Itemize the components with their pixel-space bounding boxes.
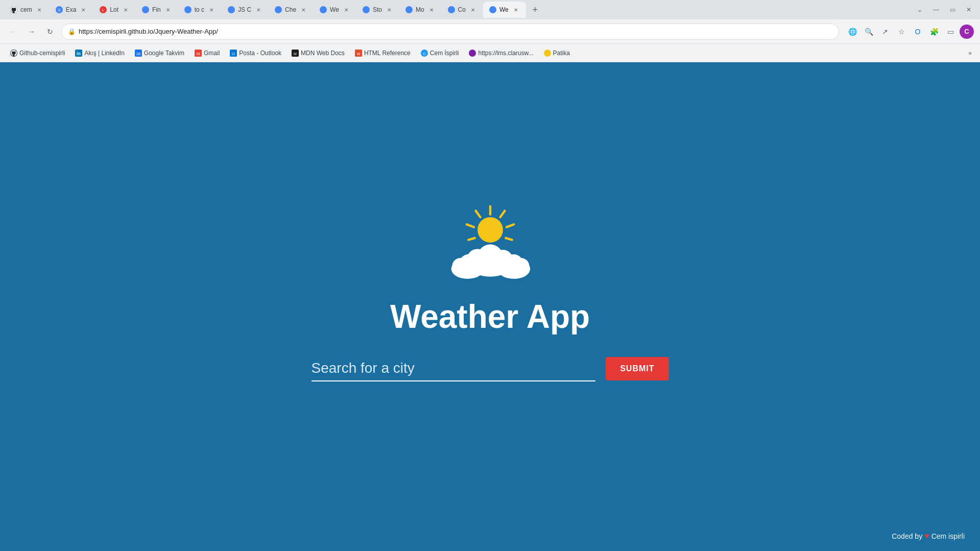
footer-author: Cem ispirli	[931, 532, 965, 540]
address-input[interactable]: 🔒 https://cemispirli.github.io/Jquery-We…	[61, 23, 839, 40]
tab-4-title: Fin	[152, 6, 161, 13]
tab-7-title: Che	[285, 6, 296, 13]
new-tab-button[interactable]: +	[528, 3, 542, 17]
outlook-icon[interactable]: O	[911, 25, 925, 39]
address-bar: ← → ↻ 🔒 https://cemispirli.github.io/Jqu…	[0, 19, 980, 44]
maximize-button[interactable]: ▭	[945, 3, 960, 17]
tab-12-close[interactable]: ✕	[512, 6, 520, 14]
profile-button[interactable]: C	[960, 25, 974, 39]
main-content: Weather App SUBMIT Coded by ♥ Cem ispirl…	[0, 62, 980, 551]
forward-button[interactable]: →	[25, 25, 39, 39]
city-search-input[interactable]	[312, 356, 596, 381]
tab-2[interactable]: G Exa ✕	[50, 2, 94, 18]
svg-point-29	[544, 50, 551, 57]
tab-5-close[interactable]: ✕	[207, 6, 216, 14]
svg-point-6	[228, 6, 235, 13]
tab-8-title: We	[330, 6, 339, 13]
svg-text:M: M	[294, 52, 297, 55]
bookmark-icon[interactable]: ☆	[894, 25, 909, 39]
svg-text:M: M	[197, 51, 200, 56]
tab-5-title: to c	[195, 6, 204, 13]
footer-prefix: Coded by	[892, 532, 922, 540]
bookmark-github-label: Github-cemispirli	[19, 50, 65, 57]
tab-9[interactable]: Sto ✕	[356, 2, 399, 18]
extensions-icon[interactable]: 🧩	[927, 25, 941, 39]
tab-bar-controls: ⌄ — ▭ ✕	[913, 3, 976, 17]
svg-point-37	[477, 217, 503, 243]
tab-11[interactable]: Co ✕	[442, 2, 483, 18]
svg-point-7	[275, 6, 282, 13]
bookmarks-more-button[interactable]: »	[966, 47, 974, 59]
tab-11-title: Co	[458, 6, 466, 13]
tab-4[interactable]: Fin ✕	[136, 2, 178, 18]
svg-text:in: in	[77, 51, 81, 56]
address-text: https://cemispirli.github.io/Jquery-Weat…	[79, 28, 832, 35]
submit-button[interactable]: SUBMIT	[606, 357, 668, 380]
svg-point-10	[405, 6, 413, 13]
svg-point-5	[184, 6, 192, 13]
svg-point-45	[467, 259, 482, 273]
bookmark-mdn-label: MDN Web Docs	[301, 50, 345, 57]
bookmark-html-ref[interactable]: W HTML Reference	[351, 47, 415, 59]
translate-icon[interactable]: 🌐	[845, 25, 859, 39]
tab-7-close[interactable]: ✕	[299, 6, 307, 14]
svg-text:L: L	[102, 8, 104, 12]
bookmark-gcal[interactable]: 28 Google Takvim	[131, 47, 188, 59]
tab-3[interactable]: L Lot ✕	[93, 2, 136, 18]
tab-11-close[interactable]: ✕	[469, 6, 477, 14]
bookmark-cem[interactable]: C Cem İspirli	[417, 47, 463, 59]
bookmark-linkedin[interactable]: in Akış | LinkedIn	[71, 47, 129, 59]
zoom-icon[interactable]: 🔍	[862, 25, 876, 39]
tab-12-active[interactable]: We ✕	[483, 2, 526, 18]
bookmark-gcal-label: Google Takvim	[144, 50, 184, 57]
bookmark-gmail[interactable]: M Gmail	[190, 47, 224, 59]
tab-list-button[interactable]: ⌄	[913, 3, 927, 17]
minimize-button[interactable]: —	[929, 3, 943, 17]
bookmark-lms-label: https://lms.clarusw...	[478, 50, 533, 57]
tab-1-close[interactable]: ✕	[35, 6, 43, 14]
bookmark-github[interactable]: Github-cemispirli	[6, 47, 69, 59]
bookmark-html-ref-label: HTML Reference	[364, 50, 411, 57]
tab-6[interactable]: JS C ✕	[222, 2, 269, 18]
tab-8-close[interactable]: ✕	[342, 6, 350, 14]
tab-10[interactable]: Mo ✕	[399, 2, 442, 18]
lock-icon: 🔒	[68, 28, 76, 35]
tab-7[interactable]: Che ✕	[269, 2, 314, 18]
svg-point-9	[363, 6, 370, 13]
tab-10-close[interactable]: ✕	[427, 6, 436, 14]
bookmark-linkedin-label: Akış | LinkedIn	[84, 50, 125, 57]
sidebar-icon[interactable]: ▭	[943, 25, 958, 39]
tab-9-close[interactable]: ✕	[385, 6, 393, 14]
bookmark-cem-label: Cem İspirli	[430, 50, 459, 57]
toolbar-icons: 🌐 🔍 ↗ ☆ O 🧩 ▭ C	[845, 25, 974, 39]
tab-8[interactable]: We ✕	[314, 2, 356, 18]
svg-line-32	[507, 224, 514, 227]
tab-4-close[interactable]: ✕	[164, 6, 172, 14]
bookmark-patika[interactable]: Patika	[540, 47, 574, 59]
bookmark-outlook-label: Posta - Outlook	[239, 50, 281, 57]
tab-2-title: Exa	[66, 6, 77, 13]
share-icon[interactable]: ↗	[878, 25, 892, 39]
bookmark-gmail-label: Gmail	[204, 50, 220, 57]
tab-2-close[interactable]: ✕	[79, 6, 87, 14]
tab-9-title: Sto	[373, 6, 382, 13]
svg-text:W: W	[357, 52, 361, 55]
reload-button[interactable]: ↻	[43, 25, 57, 39]
close-button[interactable]: ✕	[962, 3, 976, 17]
svg-point-28	[469, 50, 476, 57]
svg-point-12	[489, 6, 496, 13]
svg-point-8	[320, 6, 327, 13]
tab-5[interactable]: to c ✕	[178, 2, 222, 18]
bookmark-mdn[interactable]: M MDN Web Docs	[288, 47, 349, 59]
tab-6-close[interactable]: ✕	[254, 6, 262, 14]
tab-3-close[interactable]: ✕	[122, 6, 130, 14]
tab-1[interactable]: cem ✕	[4, 2, 50, 18]
tab-10-title: Mo	[416, 6, 424, 13]
search-area: SUBMIT	[312, 356, 669, 381]
bookmark-lms[interactable]: https://lms.clarusw...	[465, 47, 537, 59]
tab-3-title: Lot	[110, 6, 118, 13]
svg-text:28: 28	[136, 51, 140, 56]
app-title: Weather App	[390, 298, 590, 336]
back-button[interactable]: ←	[6, 25, 20, 39]
bookmark-outlook[interactable]: O Posta - Outlook	[226, 47, 285, 59]
